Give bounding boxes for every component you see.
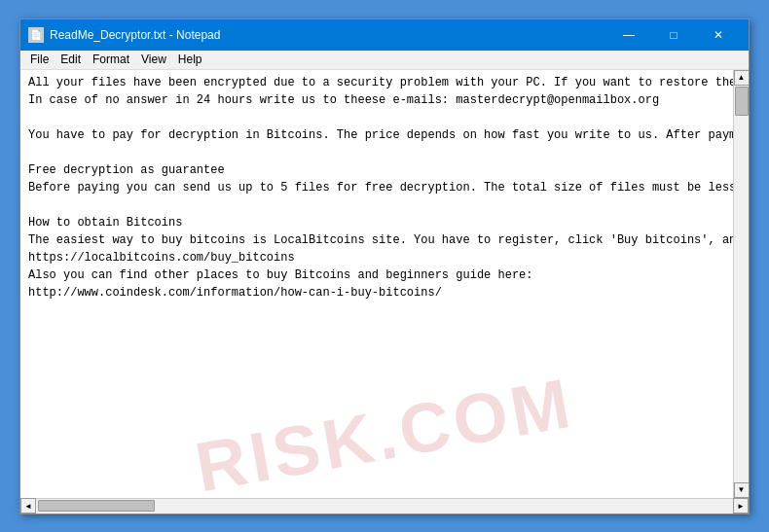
menu-format[interactable]: Format bbox=[87, 51, 135, 69]
vertical-scrollbar[interactable]: ▲ ▼ bbox=[733, 70, 749, 498]
window-title: ReadMe_Decryptor.txt - Notepad bbox=[50, 28, 220, 42]
title-bar-left: 📄 ReadMe_Decryptor.txt - Notepad bbox=[28, 27, 220, 43]
menu-edit[interactable]: Edit bbox=[55, 51, 87, 69]
content-area: All your files have been encrypted due t… bbox=[20, 70, 749, 514]
scroll-right-button[interactable]: ► bbox=[733, 498, 749, 514]
h-scroll-track bbox=[36, 499, 733, 514]
scroll-down-button[interactable]: ▼ bbox=[734, 482, 750, 498]
menu-file[interactable]: File bbox=[24, 51, 55, 69]
notepad-window: 📄 ReadMe_Decryptor.txt - Notepad — □ ✕ F… bbox=[19, 18, 750, 514]
scroll-track bbox=[734, 86, 749, 482]
h-scroll-thumb[interactable] bbox=[38, 500, 155, 512]
title-bar: 📄 ReadMe_Decryptor.txt - Notepad — □ ✕ bbox=[20, 19, 749, 51]
scroll-thumb[interactable] bbox=[735, 87, 749, 116]
scroll-up-button[interactable]: ▲ bbox=[734, 70, 750, 86]
scroll-left-button[interactable]: ◄ bbox=[20, 498, 36, 514]
maximize-button[interactable]: □ bbox=[651, 19, 696, 51]
menu-view[interactable]: View bbox=[135, 51, 172, 69]
minimize-button[interactable]: — bbox=[606, 19, 651, 51]
horizontal-scrollbar[interactable]: ◄ ► bbox=[20, 498, 749, 514]
close-button[interactable]: ✕ bbox=[696, 19, 741, 51]
menu-help[interactable]: Help bbox=[172, 51, 208, 69]
app-icon: 📄 bbox=[28, 27, 44, 43]
menu-bar: File Edit Format View Help bbox=[20, 51, 749, 70]
text-editor[interactable]: All your files have been encrypted due t… bbox=[20, 70, 749, 498]
window-controls: — □ ✕ bbox=[606, 19, 741, 51]
